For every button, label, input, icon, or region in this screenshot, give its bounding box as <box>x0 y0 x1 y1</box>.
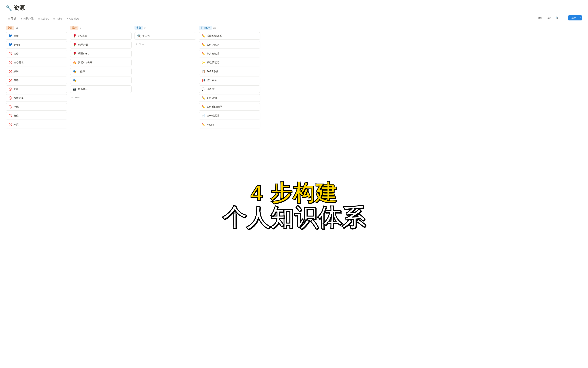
column-header-xuexixiaolv: 学习效率 20 <box>199 25 260 30</box>
kanban-icon: ⊞ <box>8 17 10 20</box>
knowledge-icon: ⊞ <box>20 17 22 20</box>
card-xinling-1[interactable]: 💙qmgx <box>6 41 67 48</box>
new-button[interactable]: New <box>568 15 578 20</box>
column-count-xuexixiaolv: 20 <box>213 27 216 29</box>
filter-button[interactable]: Filter <box>535 16 544 20</box>
page-container: 🔧 资源 ⊞ 看板 ⊞ 知识体系 ⊞ Gallery ⊞ Table + Add… <box>0 0 588 368</box>
card-aihao-3[interactable]: 🔥训记App分享 <box>70 59 132 66</box>
column-count-aihao: 7 <box>80 27 81 29</box>
card-xinling-2[interactable]: 🚫社交 <box>6 50 67 57</box>
add-view-label: + Add view <box>67 17 79 20</box>
new-button-group: New ▾ <box>568 15 582 20</box>
sort-button[interactable]: Sort <box>545 16 553 20</box>
card-aihao-1[interactable]: 🌹乐理大课 <box>70 41 132 48</box>
column-aihao: 爱好 7 🌹VIC唱歌 🌹乐理大课 🌹乐理Stu... 🔥训记App分享 🎭..… <box>70 25 132 130</box>
toolbar-right: Filter Sort 🔍 ··· New ▾ <box>535 15 582 22</box>
card-xinling-7[interactable]: 🚫亲密关系 <box>6 94 67 102</box>
tab-knowledge[interactable]: ⊞ 知识体系 <box>18 16 36 22</box>
card-xuexixiaolv-0[interactable]: ✏️搭建知识体系 <box>199 32 260 40</box>
column-tag-xuexixiaolv: 学习效率 <box>199 26 212 30</box>
card-aihao-6[interactable]: 📷摄影学... <box>70 85 132 93</box>
card-xuexixiaolv-1[interactable]: ✏️如何记笔记 <box>199 41 260 48</box>
card-xinling-8[interactable]: 🚫拒绝 <box>6 103 67 110</box>
more-button[interactable]: ··· <box>561 16 567 20</box>
card-xinling-0[interactable]: 💙冥想 <box>6 32 67 40</box>
page-title-row: 🔧 资源 <box>6 4 582 12</box>
overlay-line2: 个人知识体系 <box>223 205 366 231</box>
tab-table-label: Table <box>56 17 62 20</box>
card-xuexixiaolv-7[interactable]: ✏️如何计划 <box>199 94 260 102</box>
card-xuexixiaolv-6[interactable]: 💬口语提升 <box>199 85 260 93</box>
add-new-aihao[interactable]: ＋ New <box>70 94 132 101</box>
card-xuexixiaolv-3[interactable]: ✨做电子笔记 <box>199 59 260 66</box>
card-xuexixiaolv-5[interactable]: 📢提升表达 <box>199 76 260 84</box>
column-header-xinling: 心灵 11 <box>6 25 67 30</box>
card-xinling-5[interactable]: 🚫自尊 <box>6 76 67 84</box>
table-icon: ⊞ <box>53 17 55 20</box>
column-shiye: 事业 3 🛠️换工作 ＋ New <box>134 25 196 130</box>
column-xinling: 心灵 11 💙冥想 💙qmgx 🚫社交 🚫核心需求 🚫嫉妒 🚫自尊 🚫评价 🚫亲… <box>6 25 67 130</box>
page-title: 资源 <box>14 4 25 12</box>
tab-bar-row: ⊞ 看板 ⊞ 知识体系 ⊞ Gallery ⊞ Table + Add view… <box>6 15 582 22</box>
column-header-aihao: 爱好 7 <box>70 25 132 30</box>
card-xinling-6[interactable]: 🚫评价 <box>6 85 67 93</box>
card-xuexixiaolv-4[interactable]: 📋PARA系统 <box>199 68 260 75</box>
column-tag-xinling: 心灵 <box>6 26 14 30</box>
tab-kanban-label: 看板 <box>11 17 16 20</box>
tab-knowledge-label: 知识体系 <box>24 17 34 20</box>
card-xuexixiaolv-8[interactable]: ✏️如何时间管理 <box>199 103 260 110</box>
column-header-shiye: 事业 3 <box>134 25 196 30</box>
tab-kanban[interactable]: ⊞ 看板 <box>6 16 18 22</box>
card-xuexixiaolv-10[interactable]: ✏️Notion <box>199 121 260 128</box>
overlay-line1: 4 步构建 <box>250 181 337 205</box>
tab-bar-tabs: ⊞ 看板 ⊞ 知识体系 ⊞ Gallery ⊞ Table + Add view <box>6 16 81 22</box>
card-xinling-4[interactable]: 🚫嫉妒 <box>6 68 67 75</box>
card-xinling-10[interactable]: 🚫冲突 <box>6 121 67 128</box>
tab-gallery-label: Gallery <box>41 17 49 20</box>
card-aihao-5[interactable]: 🎭... <box>70 76 132 84</box>
column-tag-aihao: 爱好 <box>70 26 79 30</box>
card-shiye-0[interactable]: 🛠️换工作 <box>134 32 196 40</box>
card-aihao-0[interactable]: 🌹VIC唱歌 <box>70 32 132 40</box>
card-xinling-9[interactable]: 🚫自信 <box>6 112 67 120</box>
search-button[interactable]: 🔍 <box>554 16 560 20</box>
card-xuexixiaolv-9[interactable]: 📄第一性原理 <box>199 112 260 120</box>
add-view-button[interactable]: + Add view <box>65 16 81 21</box>
column-count-shiye: 3 <box>144 27 145 29</box>
tab-gallery[interactable]: ⊞ Gallery <box>36 16 51 22</box>
card-xuexixiaolv-2[interactable]: ✏️卡片盒笔记 <box>199 50 260 57</box>
page-title-icon: 🔧 <box>6 5 12 11</box>
column-xuexixiaolv: 学习效率 20 ✏️搭建知识体系 ✏️如何记笔记 ✏️卡片盒笔记 ✨做电子笔记 … <box>199 25 260 130</box>
gallery-icon: ⊞ <box>38 17 40 20</box>
card-aihao-2[interactable]: 🌹乐理Stu... <box>70 50 132 57</box>
add-new-shiye[interactable]: ＋ New <box>134 41 196 47</box>
column-count-xinling: 11 <box>16 27 18 29</box>
card-xinling-3[interactable]: 🚫核心需求 <box>6 59 67 66</box>
column-tag-shiye: 事业 <box>134 26 143 30</box>
board: 心灵 11 💙冥想 💙qmgx 🚫社交 🚫核心需求 🚫嫉妒 🚫自尊 🚫评价 🚫亲… <box>6 25 582 133</box>
new-button-dropdown[interactable]: ▾ <box>578 16 582 20</box>
card-aihao-4[interactable]: 🎭...他琴... <box>70 68 132 75</box>
tab-table[interactable]: ⊞ Table <box>51 16 64 22</box>
